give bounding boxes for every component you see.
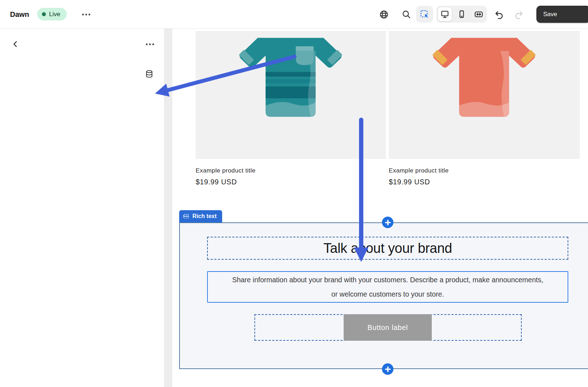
add-section-button-top[interactable]	[382, 217, 393, 228]
redo-icon	[514, 10, 524, 19]
undo-button[interactable]	[492, 7, 506, 22]
theme-options-menu-button[interactable]	[80, 9, 92, 19]
rich-text-button[interactable]: Button label	[344, 314, 432, 341]
language-button[interactable]	[377, 8, 391, 21]
ellipsis-icon	[146, 43, 154, 45]
section-label-badge[interactable]: Rich text	[179, 210, 222, 222]
globe-icon	[379, 10, 389, 19]
rich-text-heading: Talk about your brand	[323, 241, 452, 256]
product-card-image[interactable]	[389, 31, 580, 159]
orange-tshirt-image	[425, 34, 543, 123]
rich-text-heading-block[interactable]: Talk about your brand	[207, 237, 568, 260]
mobile-preview-button[interactable]	[453, 6, 470, 23]
settings-sidebar	[0, 29, 164, 387]
save-button[interactable]: Save	[536, 6, 588, 23]
theme-name: Dawn	[10, 0, 29, 29]
desktop-preview-button[interactable]	[438, 7, 452, 22]
undo-icon	[494, 10, 504, 19]
chevron-left-icon	[11, 40, 19, 48]
plus-icon	[385, 366, 391, 372]
panel-preview-gutter	[164, 29, 172, 387]
section-label: Rich text	[192, 213, 217, 220]
inspector-cursor-icon	[420, 10, 429, 19]
device-preview-group	[436, 6, 487, 23]
teal-tshirt-image	[231, 34, 350, 123]
plus-icon	[385, 220, 391, 226]
product-title: Example product title	[196, 167, 255, 174]
live-dot-icon	[42, 12, 46, 16]
block-options-menu-button[interactable]	[143, 39, 157, 49]
ellipsis-icon	[82, 14, 90, 15]
database-icon	[145, 70, 154, 79]
desktop-icon	[440, 10, 449, 19]
inspect-element-button[interactable]	[416, 6, 433, 23]
fullwidth-preview-button[interactable]	[470, 6, 487, 23]
rich-text-body-block[interactable]: Share information about your brand with …	[207, 271, 568, 303]
live-status-badge: Live	[37, 8, 67, 20]
add-section-button-bottom[interactable]	[382, 363, 393, 375]
search-button[interactable]	[400, 8, 413, 21]
theme-editor: Dawn Live	[0, 0, 588, 387]
section-icon	[183, 213, 190, 220]
search-icon	[402, 10, 411, 19]
product-card-image[interactable]	[196, 31, 386, 159]
back-button[interactable]	[10, 39, 21, 49]
product-title: Example product title	[389, 167, 449, 174]
mobile-icon	[457, 10, 466, 19]
rich-text-body: Share information about your brand with …	[230, 273, 545, 301]
product-price: $19.99 USD	[389, 178, 430, 186]
redo-button[interactable]	[512, 7, 526, 22]
top-bar: Dawn Live	[0, 0, 588, 29]
dynamic-source-button[interactable]	[143, 68, 155, 80]
resize-width-icon	[474, 10, 483, 19]
live-label: Live	[49, 11, 60, 18]
product-price: $19.99 USD	[196, 178, 237, 186]
